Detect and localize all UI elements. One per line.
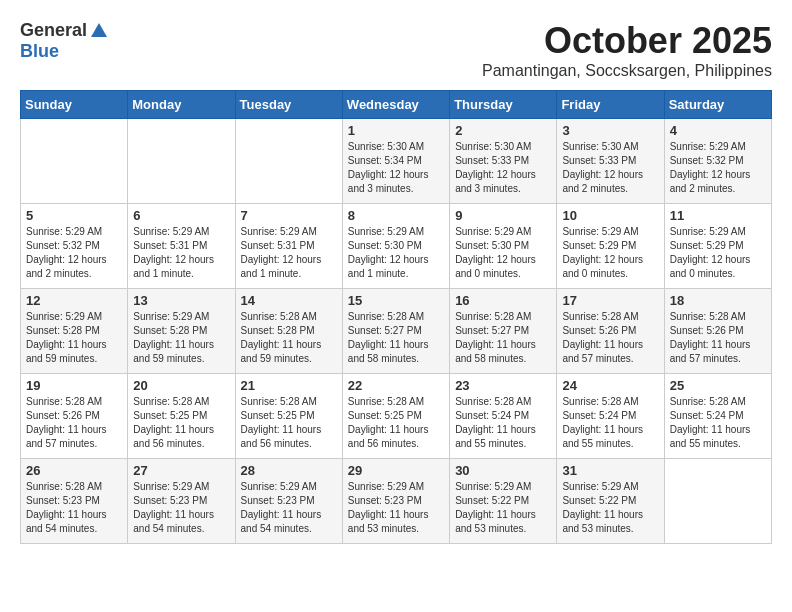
cell-details: Sunrise: 5:28 AMSunset: 5:24 PMDaylight:… [670,396,751,449]
week-row-4: 19Sunrise: 5:28 AMSunset: 5:26 PMDayligh… [21,374,772,459]
calendar-cell: 25Sunrise: 5:28 AMSunset: 5:24 PMDayligh… [664,374,771,459]
calendar-cell: 17Sunrise: 5:28 AMSunset: 5:26 PMDayligh… [557,289,664,374]
day-number: 1 [348,123,444,138]
day-number: 23 [455,378,551,393]
calendar-cell: 1Sunrise: 5:30 AMSunset: 5:34 PMDaylight… [342,119,449,204]
cell-details: Sunrise: 5:29 AMSunset: 5:22 PMDaylight:… [455,481,536,534]
weekday-header-monday: Monday [128,91,235,119]
weekday-header-wednesday: Wednesday [342,91,449,119]
calendar-cell: 27Sunrise: 5:29 AMSunset: 5:23 PMDayligh… [128,459,235,544]
cell-details: Sunrise: 5:28 AMSunset: 5:28 PMDaylight:… [241,311,322,364]
day-number: 8 [348,208,444,223]
calendar-cell: 2Sunrise: 5:30 AMSunset: 5:33 PMDaylight… [450,119,557,204]
location-title: Pamantingan, Soccsksargen, Philippines [482,62,772,80]
cell-details: Sunrise: 5:28 AMSunset: 5:27 PMDaylight:… [348,311,429,364]
month-title: October 2025 [482,20,772,62]
week-row-1: 1Sunrise: 5:30 AMSunset: 5:34 PMDaylight… [21,119,772,204]
day-number: 18 [670,293,766,308]
calendar-cell: 5Sunrise: 5:29 AMSunset: 5:32 PMDaylight… [21,204,128,289]
day-number: 10 [562,208,658,223]
calendar-cell: 16Sunrise: 5:28 AMSunset: 5:27 PMDayligh… [450,289,557,374]
day-number: 4 [670,123,766,138]
calendar-cell: 7Sunrise: 5:29 AMSunset: 5:31 PMDaylight… [235,204,342,289]
calendar-cell: 3Sunrise: 5:30 AMSunset: 5:33 PMDaylight… [557,119,664,204]
cell-details: Sunrise: 5:29 AMSunset: 5:23 PMDaylight:… [133,481,214,534]
logo-blue-text: Blue [20,41,59,62]
calendar-cell: 14Sunrise: 5:28 AMSunset: 5:28 PMDayligh… [235,289,342,374]
day-number: 11 [670,208,766,223]
cell-details: Sunrise: 5:29 AMSunset: 5:29 PMDaylight:… [562,226,643,279]
day-number: 29 [348,463,444,478]
cell-details: Sunrise: 5:28 AMSunset: 5:26 PMDaylight:… [562,311,643,364]
calendar-cell: 6Sunrise: 5:29 AMSunset: 5:31 PMDaylight… [128,204,235,289]
day-number: 5 [26,208,122,223]
calendar-cell [664,459,771,544]
cell-details: Sunrise: 5:28 AMSunset: 5:25 PMDaylight:… [241,396,322,449]
cell-details: Sunrise: 5:29 AMSunset: 5:32 PMDaylight:… [670,141,751,194]
day-number: 30 [455,463,551,478]
calendar-cell [21,119,128,204]
day-number: 28 [241,463,337,478]
calendar-cell: 23Sunrise: 5:28 AMSunset: 5:24 PMDayligh… [450,374,557,459]
cell-details: Sunrise: 5:28 AMSunset: 5:27 PMDaylight:… [455,311,536,364]
cell-details: Sunrise: 5:28 AMSunset: 5:26 PMDaylight:… [670,311,751,364]
calendar-cell: 21Sunrise: 5:28 AMSunset: 5:25 PMDayligh… [235,374,342,459]
logo-icon [89,21,109,41]
cell-details: Sunrise: 5:29 AMSunset: 5:31 PMDaylight:… [241,226,322,279]
calendar-cell: 8Sunrise: 5:29 AMSunset: 5:30 PMDaylight… [342,204,449,289]
cell-details: Sunrise: 5:30 AMSunset: 5:33 PMDaylight:… [562,141,643,194]
cell-details: Sunrise: 5:28 AMSunset: 5:25 PMDaylight:… [133,396,214,449]
calendar-cell: 26Sunrise: 5:28 AMSunset: 5:23 PMDayligh… [21,459,128,544]
calendar-cell: 20Sunrise: 5:28 AMSunset: 5:25 PMDayligh… [128,374,235,459]
calendar-cell: 13Sunrise: 5:29 AMSunset: 5:28 PMDayligh… [128,289,235,374]
day-number: 17 [562,293,658,308]
weekday-header-saturday: Saturday [664,91,771,119]
week-row-2: 5Sunrise: 5:29 AMSunset: 5:32 PMDaylight… [21,204,772,289]
day-number: 24 [562,378,658,393]
day-number: 16 [455,293,551,308]
week-row-5: 26Sunrise: 5:28 AMSunset: 5:23 PMDayligh… [21,459,772,544]
day-number: 26 [26,463,122,478]
cell-details: Sunrise: 5:29 AMSunset: 5:30 PMDaylight:… [455,226,536,279]
cell-details: Sunrise: 5:28 AMSunset: 5:24 PMDaylight:… [455,396,536,449]
calendar-cell: 29Sunrise: 5:29 AMSunset: 5:23 PMDayligh… [342,459,449,544]
cell-details: Sunrise: 5:28 AMSunset: 5:25 PMDaylight:… [348,396,429,449]
cell-details: Sunrise: 5:29 AMSunset: 5:29 PMDaylight:… [670,226,751,279]
cell-details: Sunrise: 5:29 AMSunset: 5:23 PMDaylight:… [241,481,322,534]
cell-details: Sunrise: 5:29 AMSunset: 5:22 PMDaylight:… [562,481,643,534]
day-number: 15 [348,293,444,308]
day-number: 27 [133,463,229,478]
svg-marker-0 [91,23,107,37]
day-number: 13 [133,293,229,308]
day-number: 3 [562,123,658,138]
day-number: 21 [241,378,337,393]
cell-details: Sunrise: 5:29 AMSunset: 5:30 PMDaylight:… [348,226,429,279]
calendar-cell: 9Sunrise: 5:29 AMSunset: 5:30 PMDaylight… [450,204,557,289]
cell-details: Sunrise: 5:30 AMSunset: 5:34 PMDaylight:… [348,141,429,194]
calendar-cell: 30Sunrise: 5:29 AMSunset: 5:22 PMDayligh… [450,459,557,544]
day-number: 2 [455,123,551,138]
calendar-cell [128,119,235,204]
calendar-cell: 22Sunrise: 5:28 AMSunset: 5:25 PMDayligh… [342,374,449,459]
day-number: 7 [241,208,337,223]
title-area: October 2025 Pamantingan, Soccsksargen, … [482,20,772,80]
logo-general-text: General [20,20,87,41]
cell-details: Sunrise: 5:28 AMSunset: 5:26 PMDaylight:… [26,396,107,449]
logo: General Blue [20,20,109,62]
cell-details: Sunrise: 5:28 AMSunset: 5:23 PMDaylight:… [26,481,107,534]
weekday-header-row: SundayMondayTuesdayWednesdayThursdayFrid… [21,91,772,119]
calendar-cell: 19Sunrise: 5:28 AMSunset: 5:26 PMDayligh… [21,374,128,459]
day-number: 6 [133,208,229,223]
weekday-header-sunday: Sunday [21,91,128,119]
cell-details: Sunrise: 5:30 AMSunset: 5:33 PMDaylight:… [455,141,536,194]
cell-details: Sunrise: 5:28 AMSunset: 5:24 PMDaylight:… [562,396,643,449]
cell-details: Sunrise: 5:29 AMSunset: 5:32 PMDaylight:… [26,226,107,279]
calendar-cell: 12Sunrise: 5:29 AMSunset: 5:28 PMDayligh… [21,289,128,374]
calendar-cell: 10Sunrise: 5:29 AMSunset: 5:29 PMDayligh… [557,204,664,289]
day-number: 31 [562,463,658,478]
cell-details: Sunrise: 5:29 AMSunset: 5:31 PMDaylight:… [133,226,214,279]
day-number: 14 [241,293,337,308]
page-header: General Blue October 2025 Pamantingan, S… [20,20,772,80]
week-row-3: 12Sunrise: 5:29 AMSunset: 5:28 PMDayligh… [21,289,772,374]
weekday-header-thursday: Thursday [450,91,557,119]
